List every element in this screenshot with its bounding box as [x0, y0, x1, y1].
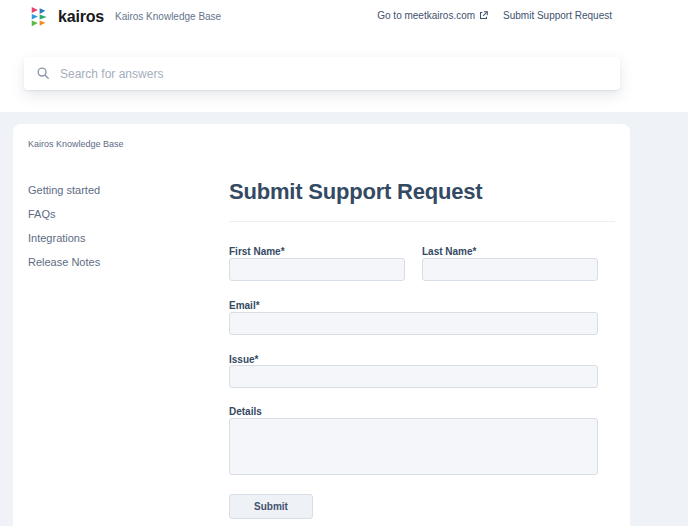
sidebar-item-release-notes[interactable]: Release Notes	[28, 257, 188, 268]
topbar: kairos Kairos Knowledge Base Go to meetk…	[0, 0, 688, 34]
link-submit-support-request[interactable]: Submit Support Request	[503, 10, 612, 21]
email-field[interactable]	[229, 312, 598, 335]
last-name-label: Last Name*	[422, 246, 476, 257]
email-label: Email*	[229, 300, 260, 311]
external-link-icon	[479, 11, 488, 20]
issue-label: Issue*	[229, 354, 258, 365]
search-box	[24, 57, 620, 90]
details-label: Details	[229, 406, 262, 417]
link-go-to-meetkairos[interactable]: Go to meetkairos.com	[377, 10, 488, 21]
sidebar-nav: Getting started FAQs Integrations Releas…	[28, 185, 188, 281]
breadcrumb[interactable]: Kairos Knowledge Base	[28, 139, 124, 149]
link-go-to-meetkairos-label: Go to meetkairos.com	[377, 10, 475, 21]
kairos-logo-icon	[30, 6, 51, 27]
kairos-logo[interactable]: kairos	[30, 6, 104, 27]
sidebar-item-faqs[interactable]: FAQs	[28, 209, 188, 220]
sidebar-item-getting-started[interactable]: Getting started	[28, 185, 188, 196]
sidebar-item-integrations[interactable]: Integrations	[28, 233, 188, 244]
last-name-field[interactable]	[422, 258, 598, 281]
first-name-label: First Name*	[229, 246, 285, 257]
first-name-field[interactable]	[229, 258, 405, 281]
search-input[interactable]	[24, 57, 620, 90]
search-icon	[36, 66, 51, 81]
page-title: Submit Support Request	[229, 179, 483, 205]
kairos-logo-text: kairos	[58, 8, 104, 26]
issue-field[interactable]	[229, 365, 598, 388]
knowledge-base-title: Kairos Knowledge Base	[115, 11, 221, 22]
page: kairos Kairos Knowledge Base Go to meetk…	[0, 0, 688, 526]
header-nav: Go to meetkairos.com Submit Support Requ…	[377, 10, 612, 21]
title-divider	[229, 221, 615, 222]
submit-button[interactable]: Submit	[229, 494, 313, 519]
details-field[interactable]	[229, 418, 598, 475]
